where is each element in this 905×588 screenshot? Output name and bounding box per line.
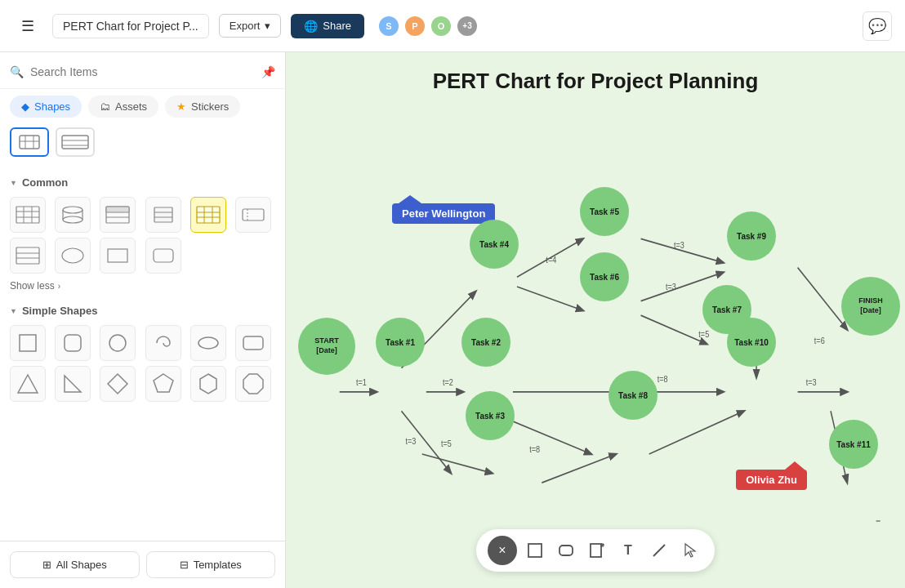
user-label-peter: Peter Wellington	[392, 195, 495, 224]
shape-item-divider[interactable]	[235, 197, 271, 233]
shape-item-list[interactable]	[100, 197, 136, 233]
simple-collapse-triangle: ▼	[10, 307, 17, 315]
export-button[interactable]: Export ▾	[219, 14, 282, 38]
menu-button[interactable]: ☰	[13, 11, 42, 41]
pert-task5[interactable]: Task #5	[580, 187, 629, 236]
svg-line-52	[641, 238, 724, 262]
svg-rect-80	[528, 544, 542, 557]
simple-octagon[interactable]	[235, 366, 271, 402]
svg-text:t=3: t=3	[674, 241, 684, 251]
show-less-label: Show less	[10, 280, 55, 292]
pert-task9[interactable]: Task #9	[727, 212, 776, 261]
tab-stickers[interactable]: ★ Stickers	[165, 96, 240, 118]
toolbar-line[interactable]	[646, 537, 672, 564]
svg-line-54	[641, 315, 707, 344]
simple-shapes-grid	[10, 325, 275, 402]
tab-shapes[interactable]: ◆ Shapes	[10, 96, 82, 118]
simple-square[interactable]	[10, 325, 46, 361]
svg-rect-4	[62, 136, 88, 149]
simple-rounded-square[interactable]	[55, 325, 91, 361]
simple-wide-rect[interactable]	[235, 325, 271, 361]
pert-task1[interactable]: Task #1	[376, 318, 425, 367]
collapse-triangle: ▼	[10, 179, 17, 187]
show-less-arrow: ›	[58, 282, 60, 291]
common-section-header[interactable]: ▼ Common	[10, 176, 275, 189]
avatar-group: S P O +3	[377, 15, 479, 38]
avatar-s[interactable]: S	[377, 15, 400, 38]
grid-icon: ⊞	[42, 559, 51, 571]
simple-triangle[interactable]	[10, 366, 46, 402]
svg-marker-40	[18, 375, 38, 393]
pert-task2[interactable]: Task #2	[461, 318, 510, 367]
search-input[interactable]	[30, 65, 255, 78]
templates-button[interactable]: ⊟ Templates	[146, 551, 276, 578]
shape-item-bracket[interactable]	[145, 197, 181, 233]
avatar-o[interactable]: O	[430, 15, 452, 38]
shape-item-table[interactable]	[10, 197, 46, 233]
pin-icon[interactable]: 📌	[261, 65, 275, 78]
tab-assets-label: Assets	[115, 100, 147, 113]
svg-point-12	[63, 207, 82, 213]
svg-rect-81	[559, 546, 573, 555]
shape-item-rows[interactable]	[10, 238, 46, 274]
svg-line-61	[542, 454, 616, 483]
shape-item-rounded-rect[interactable]	[145, 238, 181, 274]
svg-rect-39	[243, 336, 263, 350]
simple-right-triangle[interactable]	[55, 366, 91, 402]
pert-task10[interactable]: Task #10	[727, 318, 776, 367]
chevron-down-icon: ▾	[265, 20, 270, 32]
assets-icon: 🗂	[100, 100, 110, 113]
pert-task11[interactable]: Task #11	[829, 420, 878, 469]
toolbar-cursor[interactable]	[677, 537, 703, 564]
search-icon: 🔍	[10, 65, 24, 78]
simple-circle[interactable]	[100, 325, 136, 361]
show-less-button[interactable]: Show less ›	[10, 280, 275, 292]
comment-icon: 💬	[868, 17, 886, 35]
toolbar-note[interactable]	[584, 537, 610, 564]
user-label-olivia: Olivia Zhu	[736, 461, 807, 490]
svg-text:t=3: t=3	[406, 437, 417, 447]
panel-content: ▼ Common	[0, 163, 285, 541]
svg-line-51	[517, 287, 583, 310]
pert-finish[interactable]: FINISH[Date]	[841, 277, 900, 336]
svg-rect-34	[154, 249, 173, 262]
shape-cat-tab-2[interactable]	[56, 127, 95, 157]
svg-point-15	[63, 216, 82, 223]
globe-icon: 🌐	[304, 20, 318, 33]
shape-cat-tab-1[interactable]	[10, 127, 49, 157]
shape-item-grid[interactable]	[190, 197, 226, 233]
pert-task3[interactable]: Task #3	[466, 391, 515, 440]
avatar-p[interactable]: P	[403, 15, 426, 38]
pert-start[interactable]: START[Date]	[298, 318, 355, 375]
comment-button[interactable]: 💬	[863, 11, 892, 41]
toolbar-text[interactable]: T	[615, 537, 641, 564]
shape-item-ellipse[interactable]	[55, 238, 91, 274]
simple-ellipse[interactable]	[190, 325, 226, 361]
svg-line-60	[422, 454, 493, 473]
document-title[interactable]: PERT Chart for Project P...	[52, 14, 209, 38]
simple-shapes-header[interactable]: ▼ Simple Shapes	[10, 305, 275, 317]
simple-arc[interactable]	[145, 325, 181, 361]
pert-task6[interactable]: Task #6	[580, 252, 629, 301]
close-button[interactable]: ×	[488, 536, 517, 565]
svg-rect-36	[65, 335, 81, 351]
search-bar: 🔍 📌	[0, 52, 285, 89]
shape-item-rect[interactable]	[100, 238, 136, 274]
all-shapes-button[interactable]: ⊞ All Shapes	[10, 551, 140, 578]
svg-text:t=8: t=8	[529, 444, 540, 454]
svg-text:t=3: t=3	[806, 377, 817, 387]
share-button[interactable]: 🌐 Share	[291, 14, 364, 38]
common-shapes-grid	[10, 197, 275, 274]
avatar-more[interactable]: +3	[456, 15, 479, 38]
simple-diamond[interactable]	[100, 366, 136, 402]
svg-rect-7	[16, 207, 39, 223]
tab-assets[interactable]: 🗂 Assets	[88, 96, 158, 118]
simple-pentagon5[interactable]	[145, 366, 181, 402]
canvas-area[interactable]: PERT Chart for Project Planning Peter We…	[286, 52, 905, 588]
shape-item-cylinder[interactable]	[55, 197, 91, 233]
toolbar-rect[interactable]	[522, 537, 548, 564]
simple-hexagon6[interactable]	[190, 366, 226, 402]
pert-task4[interactable]: Task #4	[470, 220, 519, 269]
pert-task8[interactable]: Task #8	[609, 371, 658, 420]
toolbar-rounded[interactable]	[553, 537, 579, 564]
